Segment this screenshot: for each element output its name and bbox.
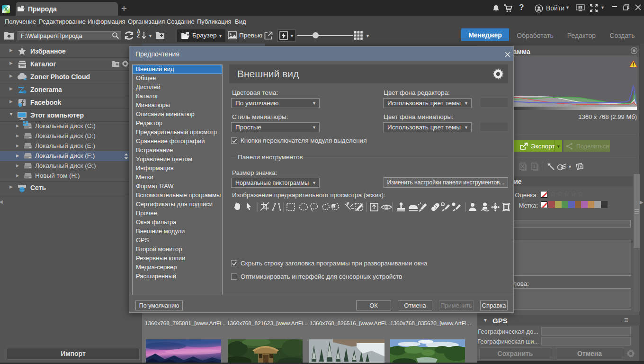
- svg-text:1: 1: [533, 164, 536, 169]
